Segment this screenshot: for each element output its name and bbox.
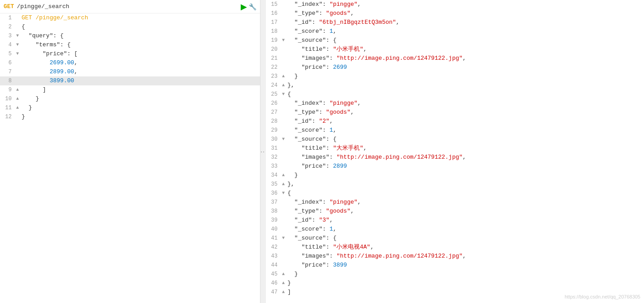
fold-arrow[interactable]: ▼ (14, 31, 21, 40)
code-content: { (21, 22, 25, 31)
code-content: } (287, 279, 291, 288)
fold-arrow[interactable]: ▲ (280, 72, 287, 81)
code-line: 35▲}, (266, 180, 644, 189)
code-line: 43 "images": "http://image.ping.com/1247… (266, 252, 644, 261)
code-content: 3899.00 (21, 76, 74, 85)
fold-arrow[interactable]: ▲ (14, 85, 21, 94)
code-content: "images": "http://image.ping.com/1247912… (287, 153, 466, 162)
fold-arrow (280, 162, 287, 171)
panel-divider[interactable]: ⋮ (260, 0, 266, 303)
fold-arrow (280, 207, 287, 216)
code-line: 6 2699.00, (0, 58, 260, 67)
code-line: 39 "_id": "3", (266, 216, 644, 225)
code-content: "terms": { (21, 40, 71, 49)
fold-arrow[interactable]: ▼ (280, 189, 287, 198)
fold-arrow[interactable]: ▲ (280, 288, 287, 297)
fold-arrow[interactable]: ▲ (280, 279, 287, 288)
fold-arrow (280, 225, 287, 234)
code-content: "_score": 1, (287, 27, 336, 36)
fold-arrow[interactable]: ▲ (14, 94, 21, 103)
code-content: } (287, 270, 298, 279)
code-content: "_type": "goods", (287, 108, 354, 117)
run-button[interactable]: ▶ (241, 2, 247, 12)
code-content: "title": "小米手机", (287, 45, 367, 54)
line-number: 18 (266, 27, 280, 36)
code-line: 17 "_id": "6tbj_nIBgqztEtQ3m5on", (266, 18, 644, 27)
line-number: 39 (266, 216, 280, 225)
line-number: 47 (266, 288, 280, 297)
line-number: 9 (0, 85, 14, 94)
fold-arrow[interactable]: ▲ (280, 81, 287, 90)
code-content: "images": "http://image.ping.com/1247912… (287, 252, 466, 261)
code-content: "_type": "goods", (287, 9, 354, 18)
code-content: "_id": "6tbj_nIBgqztEtQ3m5on", (287, 18, 400, 27)
line-number: 29 (266, 126, 280, 135)
fold-arrow[interactable]: ▼ (280, 135, 287, 144)
code-content: "_source": { (287, 36, 336, 45)
code-content: }, (287, 180, 295, 189)
fold-arrow[interactable]: ▲ (280, 171, 287, 180)
line-number: 35 (266, 180, 280, 189)
code-line: 7 2899.00, (0, 67, 260, 76)
fold-arrow[interactable]: ▼ (14, 40, 21, 49)
fold-arrow (280, 153, 287, 162)
fold-arrow (280, 198, 287, 207)
code-content: "_score": 1, (287, 225, 336, 234)
wrench-button[interactable]: 🔧 (249, 3, 256, 10)
fold-arrow[interactable]: ▲ (280, 270, 287, 279)
request-url: /pingge/_search (17, 3, 237, 10)
line-number: 36 (266, 189, 280, 198)
watermark: https://blog.csdn.net/qq_20768305 (565, 294, 640, 299)
line-number: 7 (0, 67, 14, 76)
fold-arrow (14, 22, 21, 31)
fold-arrow[interactable]: ▲ (280, 180, 287, 189)
code-line: 16 "_type": "goods", (266, 9, 644, 18)
fold-arrow[interactable]: ▼ (280, 90, 287, 99)
line-number: 10 (0, 94, 14, 103)
code-line: 41▼ "_source": { (266, 234, 644, 243)
fold-arrow[interactable]: ▼ (280, 36, 287, 45)
line-number: 42 (266, 243, 280, 252)
line-number: 20 (266, 45, 280, 54)
code-line: 8 3899.00 (0, 76, 260, 85)
code-line: 12} (0, 112, 260, 121)
code-line: 31 "title": "大米手机", (266, 144, 644, 153)
code-line: 37 "_index": "pingge", (266, 198, 644, 207)
code-content: 2899.00, (21, 67, 78, 76)
fold-arrow (280, 252, 287, 261)
fold-arrow (280, 243, 287, 252)
code-line: 4▼ "terms": { (0, 40, 260, 49)
code-line: 38 "_type": "goods", (266, 207, 644, 216)
line-number: 38 (266, 207, 280, 216)
code-line: 36▼{ (266, 189, 644, 198)
line-number: 2 (0, 22, 14, 31)
code-line: 1GET /pingge/_search (0, 13, 260, 22)
line-number: 43 (266, 252, 280, 261)
code-content: "price": [ (21, 49, 78, 58)
code-content: "_type": "goods", (287, 207, 354, 216)
code-line: 19▼ "_source": { (266, 36, 644, 45)
code-line: 40 "_score": 1, (266, 225, 644, 234)
code-content: "_index": "pingge", (287, 0, 361, 9)
code-line: 23▲ } (266, 72, 644, 81)
line-number: 28 (266, 117, 280, 126)
code-content: } (21, 112, 25, 121)
code-content: "title": "小米电视4A", (287, 243, 374, 252)
code-content: } (287, 72, 298, 81)
code-line: 10▲ } (0, 94, 260, 103)
fold-arrow[interactable]: ▼ (14, 49, 21, 58)
code-line: 45▲ } (266, 270, 644, 279)
code-content: "_index": "pingge", (287, 198, 361, 207)
line-number: 17 (266, 18, 280, 27)
http-method: GET (4, 3, 14, 10)
code-content: "_score": 1, (287, 126, 336, 135)
fold-arrow[interactable]: ▼ (280, 234, 287, 243)
fold-arrow (14, 58, 21, 67)
code-content: } (21, 103, 32, 112)
line-number: 45 (266, 270, 280, 279)
code-line: 34▲ } (266, 171, 644, 180)
fold-arrow[interactable]: ▲ (14, 103, 21, 112)
code-line: 5▼ "price": [ (0, 49, 260, 58)
fold-arrow (280, 117, 287, 126)
code-content: "price": 2899 (287, 162, 347, 171)
